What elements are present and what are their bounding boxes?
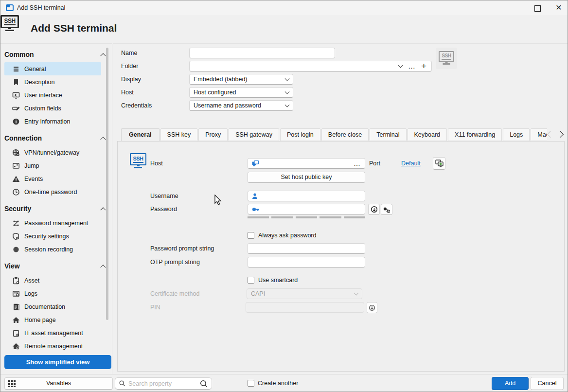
sidebar-item-custom-fields[interactable]: Custom fields [4, 102, 101, 115]
set-host-public-key-button[interactable]: Set host public key [248, 172, 365, 183]
certificate-method-select: CAPI [247, 288, 362, 299]
globe-lock-icon [12, 149, 20, 157]
sidebar-item-session-recording[interactable]: Session recording [4, 243, 101, 256]
tab-strip: GeneralSSH keyProxySSH gatewayPost login… [121, 128, 547, 142]
always-ask-password-checkbox[interactable] [248, 232, 254, 239]
sidebar-item-logs[interactable]: Logs [4, 287, 101, 300]
tab-scroll-right-icon[interactable] [557, 131, 564, 138]
generate-password-button[interactable] [368, 204, 380, 215]
sidebar-item-jump[interactable]: Jump [4, 159, 101, 172]
search-icon[interactable] [200, 380, 208, 388]
tab-terminal[interactable]: Terminal [370, 128, 406, 141]
sidebar-item-description[interactable]: Description [4, 75, 101, 89]
credentials-select[interactable]: Username and password [189, 100, 293, 111]
password-prompt-input[interactable] [248, 243, 365, 254]
tab-x11-forwarding[interactable]: X11 forwarding [448, 128, 502, 141]
sidebar-item-label: User interface [24, 92, 62, 99]
sidebar-item-label: Session recording [24, 246, 73, 253]
pin-reveal-button[interactable] [367, 302, 377, 313]
pin-label: PIN [150, 302, 160, 313]
tab-ssh-key[interactable]: SSH key [160, 128, 198, 141]
sidebar-item-vpn-tunnel-gateway[interactable]: VPN/tunnel/gateway [4, 146, 101, 159]
sidebar-section-common[interactable]: Common [4, 49, 105, 60]
person-icon [252, 193, 258, 199]
page-title: Add SSH terminal [31, 22, 117, 34]
tab-before-close[interactable]: Before close [321, 128, 369, 141]
sidebar-section-view[interactable]: View [4, 260, 105, 272]
display-select[interactable]: Embedded (tabbed) [189, 74, 293, 85]
folder-browse-button[interactable]: … [408, 63, 415, 70]
host-browse-button[interactable]: … [354, 161, 361, 166]
search-property-box[interactable] [115, 377, 212, 390]
tab-proxy[interactable]: Proxy [198, 128, 228, 141]
tab-keyboard[interactable]: Keyboard [408, 128, 447, 141]
host-mode-select[interactable]: Host configured [189, 87, 293, 98]
test-connection-button[interactable] [433, 157, 445, 170]
variables-button[interactable]: Variables [4, 377, 113, 390]
otp-prompt-input[interactable] [248, 257, 365, 267]
section-label: Connection [4, 134, 101, 142]
shield-gear-icon [12, 232, 20, 240]
sidebar-item-documentation[interactable]: Documentation [4, 300, 101, 313]
sidebar-item-label: Description [24, 79, 55, 86]
chevron-up-icon [100, 265, 106, 270]
sidebar-section-security[interactable]: Security [4, 203, 105, 214]
chevron-up-icon [100, 137, 106, 142]
sidebar-item-asset[interactable]: Asset [4, 274, 101, 287]
host-input[interactable]: … [248, 158, 365, 169]
use-smartcard-checkbox[interactable] [248, 277, 254, 284]
monitors-check-icon [435, 160, 444, 167]
section-label: Common [4, 51, 101, 58]
cancel-button[interactable]: Cancel [531, 377, 564, 390]
port-default-link[interactable]: Default [401, 158, 421, 169]
refresh-circle-icon [369, 304, 375, 311]
sidebar-item-remote-management[interactable]: Remote management [4, 339, 101, 353]
password-input[interactable] [248, 204, 365, 214]
sidebar-scrollbar[interactable] [106, 48, 108, 320]
footer-bar: Variables Create another Add Cancel [0, 374, 568, 392]
sidebar-item-general[interactable]: General [4, 62, 101, 75]
tab-logs[interactable]: Logs [503, 128, 530, 141]
document-icon [12, 303, 20, 311]
folder-combobox[interactable]: … + [189, 61, 432, 71]
folder-label: Folder [121, 61, 138, 71]
chevron-up-icon [100, 53, 106, 58]
show-simplified-view-button[interactable]: Show simplified view [4, 355, 111, 369]
folder-add-button[interactable]: + [421, 63, 426, 70]
maximize-button[interactable] [533, 5, 541, 12]
add-ssh-terminal-dialog: { "window": { "title": "Add SSH terminal… [0, 0, 568, 392]
clipboard-gear-icon [12, 329, 20, 337]
username-input[interactable] [248, 191, 365, 201]
sidebar-item-it-asset-management[interactable]: IT asset management [4, 326, 101, 339]
window-icon [6, 4, 14, 11]
search-property-input[interactable] [128, 380, 197, 387]
sidebar-item-label: Jump [24, 162, 39, 169]
sidebar-item-entry-information[interactable]: Entry information [4, 115, 101, 128]
sidebar-section-connection[interactable]: Connection [4, 132, 105, 144]
tab-scroll-left-icon[interactable] [547, 131, 554, 138]
sidebar-item-security-settings[interactable]: Security settings [4, 230, 101, 243]
sidebar-item-password-management[interactable]: Password management [4, 216, 101, 230]
sidebar-item-home-page[interactable]: Home page [4, 313, 101, 326]
tab-macro[interactable]: Macro [531, 128, 547, 141]
sidebar-item-user-interface[interactable]: User interface [4, 89, 101, 102]
create-another-checkbox[interactable] [248, 380, 254, 387]
sidebar-item-label: IT asset management [24, 330, 83, 337]
refresh-circle-icon [371, 206, 378, 213]
add-button[interactable]: Add [492, 377, 529, 390]
tab-ssh-gateway[interactable]: SSH gateway [229, 128, 279, 141]
record-dot-icon [12, 246, 20, 253]
search-icon [119, 380, 125, 387]
tab-general[interactable]: General [121, 128, 160, 142]
mouse-cursor [214, 195, 223, 206]
close-button[interactable]: × [552, 1, 565, 14]
sidebar-item-one-time-password[interactable]: One-time password [4, 185, 101, 198]
chevron-down-icon[interactable] [398, 63, 403, 68]
home-gear-icon [12, 342, 20, 350]
sidebar-item-label: Entry information [24, 118, 70, 125]
name-input[interactable] [189, 48, 335, 58]
tab-post-login[interactable]: Post login [280, 128, 320, 141]
password-history-button[interactable] [381, 204, 392, 215]
entry-type-badge: SSH [436, 48, 457, 69]
sidebar-item-events[interactable]: Events [4, 172, 101, 185]
